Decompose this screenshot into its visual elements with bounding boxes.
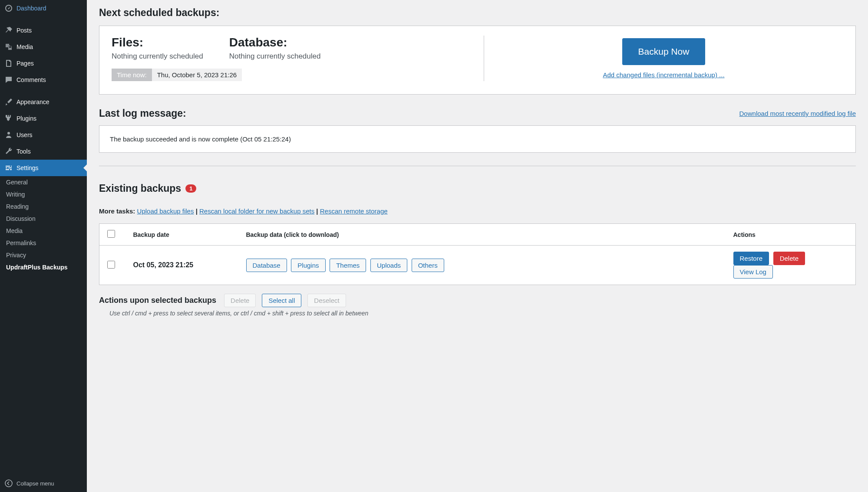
collapse-label: Collapse menu (17, 480, 54, 487)
submenu-item-discussion[interactable]: Discussion (0, 213, 87, 225)
incremental-backup-link[interactable]: Add changed files (incremental backup) .… (603, 71, 724, 79)
dashboard-icon (4, 4, 13, 13)
sliders-icon (4, 164, 13, 172)
rescan-local-link[interactable]: Rescan local folder for new backup sets (199, 207, 314, 215)
sidebar-item-dashboard[interactable]: Dashboard (0, 0, 87, 16)
upload-backup-link[interactable]: Upload backup files (137, 207, 194, 215)
main-content: Next scheduled backups: Files: Nothing c… (87, 0, 868, 492)
pin-icon (4, 26, 13, 35)
backup-date: Oct 05, 2023 21:25 (125, 246, 238, 285)
collapse-icon (4, 479, 13, 488)
deselect-button[interactable]: Deselect (307, 294, 346, 307)
sidebar-label: Comments (17, 76, 46, 83)
selection-hint: Use ctrl / cmd + press to select several… (99, 310, 856, 317)
rescan-remote-link[interactable]: Rescan remote storage (320, 207, 388, 215)
separator (99, 166, 856, 166)
scheduled-panel: Files: Nothing currently scheduled Datab… (99, 26, 856, 95)
col-actions: Actions (726, 224, 856, 246)
sidebar-label: Tools (17, 148, 31, 155)
brush-icon (4, 98, 13, 106)
sidebar-label: Users (17, 131, 33, 138)
delete-button[interactable]: Delete (773, 252, 805, 265)
sidebar-label: Media (17, 43, 33, 50)
col-backup-data: Backup data (click to download) (238, 224, 726, 246)
files-value: Nothing currently scheduled (112, 52, 203, 61)
sidebar-item-plugins[interactable]: Plugins (0, 110, 87, 127)
sidebar-item-posts[interactable]: Posts (0, 22, 87, 39)
submenu-item-writing[interactable]: Writing (0, 188, 87, 200)
backup-count-badge: 1 (185, 184, 196, 193)
backups-table: Backup date Backup data (click to downlo… (99, 223, 856, 285)
sidebar-label: Plugins (17, 115, 36, 122)
database-value: Nothing currently scheduled (229, 52, 321, 61)
col-backup-date: Backup date (125, 224, 238, 246)
settings-submenu: General Writing Reading Discussion Media… (0, 176, 87, 273)
backup-row: Oct 05, 2023 21:25 Database Plugins Them… (99, 246, 856, 285)
row-checkbox[interactable] (107, 261, 115, 269)
pages-icon (4, 59, 13, 68)
collapse-menu[interactable]: Collapse menu (0, 475, 87, 492)
download-database-button[interactable]: Database (246, 259, 287, 272)
submenu-item-media[interactable]: Media (0, 225, 87, 237)
users-icon (4, 131, 13, 139)
sidebar-label: Settings (17, 164, 39, 171)
sidebar-item-comments[interactable]: Comments (0, 72, 87, 88)
database-label: Database: (229, 36, 321, 49)
backup-now-button[interactable]: Backup Now (622, 38, 706, 65)
sidebar-item-users[interactable]: Users (0, 127, 87, 143)
last-log-heading: Last log message: (99, 108, 186, 119)
download-log-link[interactable]: Download most recently modified log file (739, 110, 856, 117)
sidebar-item-appearance[interactable]: Appearance (0, 94, 87, 110)
admin-sidebar: Dashboard Posts Media Pages Comments App… (0, 0, 87, 492)
svg-point-0 (5, 480, 12, 487)
time-now-label: Time now: (112, 69, 152, 81)
media-icon (4, 43, 13, 51)
download-themes-button[interactable]: Themes (330, 259, 366, 272)
more-tasks: More tasks: Upload backup files | Rescan… (99, 207, 856, 215)
select-all-button[interactable]: Select all (262, 294, 301, 307)
submenu-item-privacy[interactable]: Privacy (0, 249, 87, 261)
sidebar-item-media[interactable]: Media (0, 39, 87, 55)
sidebar-label: Appearance (17, 98, 50, 105)
selected-actions: Actions upon selected backups Delete Sel… (99, 294, 856, 307)
sidebar-label: Dashboard (17, 5, 46, 12)
wrench-icon (4, 147, 13, 156)
comments-icon (4, 75, 13, 84)
selected-actions-label: Actions upon selected backups (99, 296, 216, 305)
plug-icon (4, 114, 13, 123)
time-now-value: Thu, October 5, 2023 21:26 (152, 69, 242, 81)
sidebar-item-pages[interactable]: Pages (0, 55, 87, 72)
existing-backups-heading: Existing backups (99, 183, 181, 194)
view-log-button[interactable]: View Log (733, 265, 773, 279)
sidebar-item-tools[interactable]: Tools (0, 143, 87, 160)
sidebar-item-settings[interactable]: Settings (0, 160, 87, 176)
sidebar-label: Posts (17, 27, 32, 34)
select-all-checkbox[interactable] (107, 230, 115, 238)
submenu-item-permalinks[interactable]: Permalinks (0, 237, 87, 249)
submenu-item-reading[interactable]: Reading (0, 200, 87, 213)
download-plugins-button[interactable]: Plugins (291, 259, 325, 272)
files-label: Files: (112, 36, 203, 49)
bulk-delete-button[interactable]: Delete (224, 294, 256, 307)
more-tasks-label: More tasks: (99, 207, 135, 215)
submenu-item-general[interactable]: General (0, 176, 87, 188)
restore-button[interactable]: Restore (733, 252, 769, 265)
sidebar-label: Pages (17, 60, 34, 67)
download-uploads-button[interactable]: Uploads (370, 259, 407, 272)
log-message: The backup succeeded and is now complete… (99, 125, 856, 153)
download-others-button[interactable]: Others (412, 259, 444, 272)
scheduled-right: Backup Now Add changed files (incrementa… (484, 36, 843, 81)
time-now: Time now: Thu, October 5, 2023 21:26 (112, 69, 242, 81)
submenu-item-updraftplus[interactable]: UpdraftPlus Backups (0, 261, 87, 273)
scheduled-left: Files: Nothing currently scheduled Datab… (112, 36, 484, 81)
scheduled-heading: Next scheduled backups: (99, 7, 856, 19)
